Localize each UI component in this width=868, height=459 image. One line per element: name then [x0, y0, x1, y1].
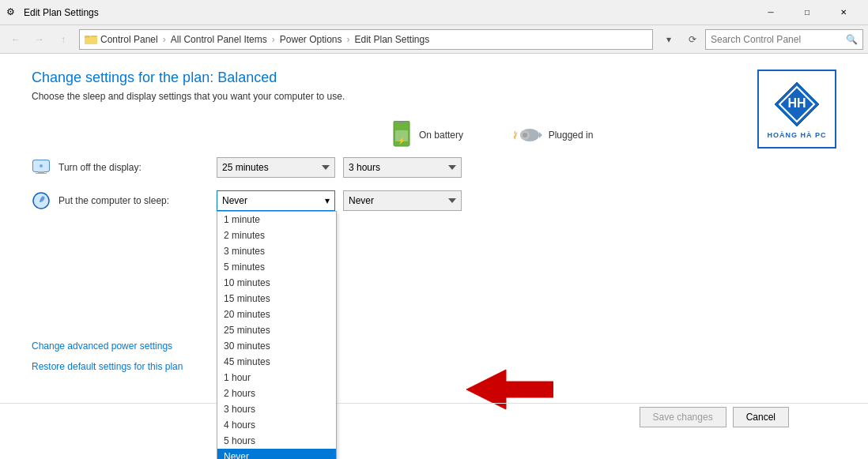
svg-marker-10	[539, 132, 542, 138]
display-plugged-dropdown[interactable]: 3 hours	[343, 157, 462, 178]
address-bar: Control Panel › All Control Panel Items …	[79, 29, 653, 50]
on-battery-label: On battery	[419, 130, 463, 141]
sleep-option-30min[interactable]: 30 minutes	[217, 338, 336, 354]
sleep-plugged-dropdown[interactable]: Never	[343, 190, 462, 211]
maximize-button[interactable]: □	[789, 0, 825, 25]
display-label: Turn off the display:	[58, 162, 217, 173]
title-bar-controls: ─ □ ✕	[753, 0, 862, 25]
page-subtitle: Choose the sleep and display settings th…	[32, 91, 836, 102]
sleep-battery-dropdown-header[interactable]: Never ▾	[217, 190, 335, 211]
svg-text:HH: HH	[787, 96, 806, 110]
cancel-button[interactable]: Cancel	[733, 407, 789, 427]
svg-point-17	[40, 164, 43, 167]
breadcrumb-3[interactable]: Power Options	[280, 34, 342, 45]
svg-rect-15	[38, 171, 44, 173]
sleep-option-1min[interactable]: 1 minute	[217, 212, 336, 228]
display-battery-dropdown[interactable]: 25 minutes	[217, 157, 335, 178]
refresh-button[interactable]: ⟳	[681, 28, 704, 51]
advanced-settings-link[interactable]: Change advanced power settings	[32, 340, 172, 352]
folder-icon	[85, 33, 97, 46]
sleep-option-10min[interactable]: 10 minutes	[217, 275, 336, 291]
back-button[interactable]: ←	[5, 28, 27, 51]
sleep-battery-arrow: ▾	[325, 195, 330, 206]
settings-header: ⚡ On battery Plugged in	[221, 121, 836, 149]
svg-rect-16	[36, 173, 47, 174]
sleep-option-2min[interactable]: 2 minutes	[217, 228, 336, 243]
display-controls: 25 minutes 3 hours	[217, 157, 462, 178]
app-icon: ⚙	[6, 6, 19, 19]
sleep-option-15min[interactable]: 15 minutes	[217, 291, 336, 307]
advanced-settings-link-row: Change advanced power settings	[32, 340, 183, 352]
search-icon[interactable]: 🔍	[846, 34, 858, 45]
on-battery-header: ⚡ On battery	[364, 121, 490, 149]
pluggedin-icon	[514, 124, 542, 146]
nav-bar: ← → ↑ Control Panel › All Control Panel …	[0, 25, 868, 54]
battery-icon: ⚡	[391, 121, 413, 149]
sleep-label: Put the computer to sleep:	[58, 195, 217, 206]
sleep-option-25min[interactable]: 25 minutes	[217, 322, 336, 338]
dropdown-arrow-button[interactable]: ▾	[658, 28, 680, 51]
content-area: HH HOÀNG HÀ PC Change settings for the p…	[0, 54, 868, 459]
plugged-in-label: Plugged in	[549, 130, 594, 141]
sleep-option-20min[interactable]: 20 minutes	[217, 307, 336, 322]
search-input[interactable]	[711, 34, 846, 45]
sleep-option-5min[interactable]: 5 minutes	[217, 259, 336, 275]
sleep-option-45min[interactable]: 45 minutes	[217, 354, 336, 370]
svg-rect-6	[398, 121, 405, 122]
breadcrumb-current: Edit Plan Settings	[354, 34, 429, 45]
sleep-icon	[32, 191, 51, 210]
logo-text: HOÀNG HÀ PC	[767, 131, 826, 139]
sleep-controls: Never ▾ 1 minute 2 minutes 3 minutes 5 m…	[217, 190, 462, 211]
display-setting-row: Turn off the display: 25 minutes 3 hours	[32, 157, 836, 178]
page-title: Change settings for the plan: Balanced	[32, 70, 836, 86]
logo-box: HH HOÀNG HÀ PC	[757, 70, 836, 149]
sleep-option-4hr[interactable]: 4 hours	[217, 417, 336, 433]
bottom-divider	[0, 403, 868, 404]
sleep-dropdown-popup: 1 minute 2 minutes 3 minutes 5 minutes 1…	[217, 211, 337, 459]
sleep-option-2hr[interactable]: 2 hours	[217, 386, 336, 401]
title-bar-text: Edit Plan Settings	[24, 7, 753, 18]
sleep-option-5hr[interactable]: 5 hours	[217, 433, 336, 449]
title-bar: ⚙ Edit Plan Settings ─ □ ✕	[0, 0, 868, 25]
breadcrumb-2[interactable]: All Control Panel Items	[171, 34, 267, 45]
sleep-option-3hr[interactable]: 3 hours	[217, 401, 336, 417]
display-icon	[32, 158, 51, 177]
links-area: Change advanced power settings Restore d…	[32, 331, 183, 372]
sleep-battery-selected: Never	[222, 195, 247, 206]
close-button[interactable]: ✕	[825, 0, 862, 25]
up-button[interactable]: ↑	[52, 28, 74, 51]
button-row: Save changes Cancel	[640, 407, 789, 427]
forward-button[interactable]: →	[28, 28, 51, 51]
restore-defaults-link[interactable]: Restore default settings for this plan	[32, 361, 183, 372]
minimize-button[interactable]: ─	[753, 0, 789, 25]
arrow-indicator	[466, 362, 553, 417]
sleep-option-never[interactable]: Never	[217, 449, 336, 459]
svg-point-12	[523, 133, 527, 137]
save-button[interactable]: Save changes	[640, 407, 726, 427]
logo-diamond-svg: HH	[772, 79, 822, 130]
svg-text:⚡: ⚡	[398, 137, 406, 145]
plugged-in-header: Plugged in	[490, 124, 617, 146]
sleep-option-3min[interactable]: 3 minutes	[217, 243, 336, 259]
search-box: 🔍	[705, 29, 863, 50]
sleep-option-1hr[interactable]: 1 hour	[217, 370, 336, 386]
restore-defaults-link-row: Restore default settings for this plan	[32, 361, 183, 372]
breadcrumb-1[interactable]: Control Panel	[100, 34, 158, 45]
sleep-setting-row: Put the computer to sleep: Never ▾ 1 min…	[32, 190, 836, 211]
